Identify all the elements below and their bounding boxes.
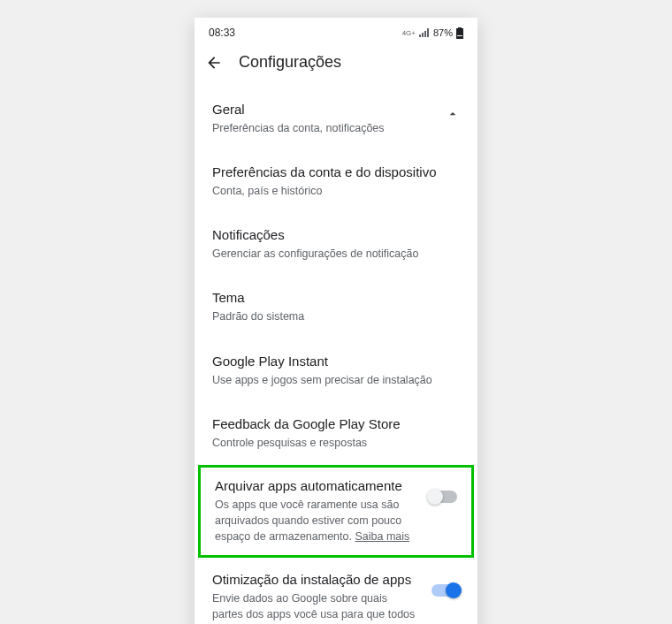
auto-archive-toggle[interactable] — [429, 491, 457, 503]
section-desc: Preferências da conta, notificações — [212, 120, 385, 136]
back-button[interactable] — [205, 54, 223, 72]
section-desc: Controle pesquisas e respostas — [212, 435, 460, 451]
svg-rect-0 — [457, 35, 462, 36]
section-account-prefs[interactable]: Preferências da conta e do dispositivo C… — [195, 150, 477, 213]
section-play-instant[interactable]: Google Play Instant Use apps e jogos sem… — [195, 339, 477, 402]
status-icons: 4G+ 87% — [402, 27, 463, 39]
section-theme[interactable]: Tema Padrão do sistema — [195, 276, 477, 339]
section-title: Notificações — [212, 227, 460, 242]
section-desc: Padrão do sistema — [212, 308, 460, 324]
phone-screen: 08:33 4G+ 87% Configurações Geral Prefer… — [195, 18, 477, 624]
section-title: Geral — [212, 102, 385, 117]
section-general[interactable]: Geral Preferências da conta, notificaçõe… — [195, 88, 477, 150]
status-bar: 08:33 4G+ 87% — [195, 18, 477, 44]
section-feedback[interactable]: Feedback da Google Play Store Controle p… — [195, 402, 477, 465]
section-title: Preferências da conta e do dispositivo — [212, 164, 460, 179]
section-title: Feedback da Google Play Store — [212, 416, 460, 431]
section-desc: Envie dados ao Google sobre quais partes… — [212, 590, 421, 624]
chevron-up-icon[interactable] — [446, 107, 460, 121]
saiba-mais-link[interactable]: Saiba mais — [355, 530, 409, 543]
arrow-back-icon — [205, 54, 223, 72]
toggle-knob — [446, 582, 462, 598]
section-desc: Conta, país e histórico — [212, 183, 460, 199]
network-label: 4G+ — [402, 29, 416, 37]
signal-icon — [419, 28, 430, 37]
install-optimization-toggle[interactable] — [431, 584, 460, 597]
battery-percent: 87% — [433, 27, 453, 38]
section-title: Otimização da instalação de apps — [212, 572, 421, 587]
toggle-knob — [427, 489, 443, 505]
section-text: Arquivar apps automaticamente Os apps qu… — [215, 478, 418, 544]
section-install-optimization[interactable]: Otimização da instalação de apps Envie d… — [195, 558, 477, 624]
desc-text: Envie dados ao Google sobre quais partes… — [212, 592, 415, 624]
battery-icon — [456, 27, 463, 39]
clock: 08:33 — [209, 27, 235, 39]
page-title: Configurações — [239, 53, 341, 72]
app-bar: Configurações — [195, 44, 477, 88]
section-title: Arquivar apps automaticamente — [215, 478, 418, 493]
section-desc: Use apps e jogos sem precisar de instala… — [212, 372, 460, 388]
section-title: Tema — [212, 290, 460, 305]
section-notifications[interactable]: Notificações Gerenciar as configurações … — [195, 213, 477, 276]
section-desc: Os apps que você raramente usa são arqui… — [215, 497, 418, 544]
section-text: Otimização da instalação de apps Envie d… — [212, 572, 421, 624]
section-auto-archive[interactable]: Arquivar apps automaticamente Os apps qu… — [198, 465, 474, 558]
section-general-text: Geral Preferências da conta, notificaçõe… — [212, 102, 385, 136]
section-desc: Gerenciar as configurações de notificaçã… — [212, 246, 460, 262]
section-title: Google Play Instant — [212, 354, 460, 369]
